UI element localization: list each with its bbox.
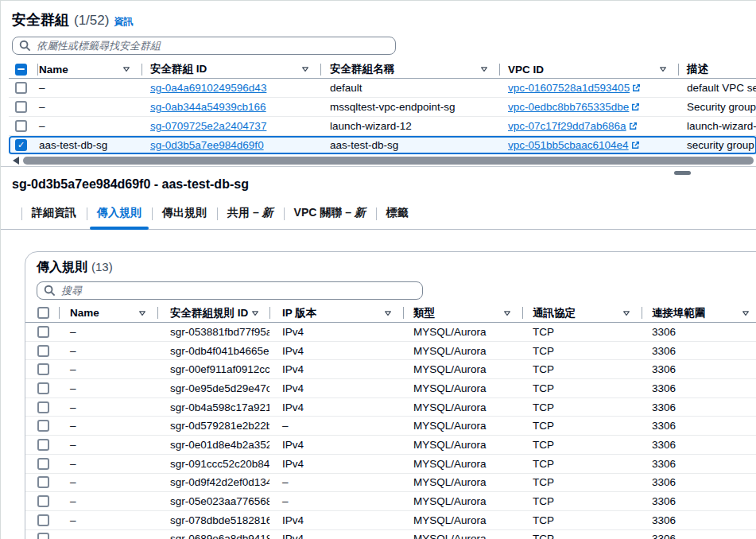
rule-protocol: TCP [522, 533, 642, 539]
row-checkbox[interactable] [37, 476, 49, 488]
inbound-rule-row[interactable]: – sgr-00ef911af0912cc7c IPv4 MYSQL/Auror… [25, 360, 756, 379]
security-groups-search-input[interactable] [12, 37, 396, 55]
row-checkbox[interactable] [15, 101, 27, 113]
security-group-id-link[interactable]: sg-0ab344a54939cb166 [150, 101, 266, 113]
inbound-rule-row[interactable]: – sgr-091ccc52c20b84d8c IPv4 MYSQL/Auror… [25, 455, 756, 474]
column-header-protocol[interactable]: 通訊協定 [522, 304, 642, 322]
column-header-description[interactable]: 描述 [678, 60, 756, 78]
column-header-ip-version[interactable]: IP 版本 [269, 304, 403, 322]
rule-type: MYSQL/Aurora [403, 458, 522, 470]
rule-ip-version: IPv4 [269, 363, 403, 375]
rule-ip-version: – [269, 420, 403, 432]
security-groups-table: Name 安全群組 ID 安全群組名稱 VPC ID 描述 [1, 60, 756, 155]
row-checkbox[interactable] [37, 458, 49, 470]
column-header-rule-id[interactable]: 安全群組規則 ID [157, 304, 269, 322]
rule-name: – [59, 458, 157, 470]
detail-tab[interactable]: 共用 – 新 [217, 202, 284, 229]
security-group-row[interactable]: aas-test-db-sg sg-0d3b5a7ee984d69f0 aas-… [9, 136, 756, 155]
rule-name: – [59, 326, 157, 338]
split-panel-drag-handle[interactable] [674, 171, 691, 175]
column-header-vpc-id[interactable]: VPC ID [499, 60, 678, 78]
rule-port-range: 3306 [642, 439, 756, 451]
rule-name: – [59, 495, 157, 507]
rule-id: sgr-0e01d8e4b2a3520d0 [157, 439, 269, 451]
security-groups-list-panel: 安全群組 (1/52) 資訊 Name 安全群組 ID [1, 1, 756, 166]
row-checkbox[interactable] [37, 382, 49, 394]
inbound-rule-row[interactable]: – sgr-0d9f42d2ef0d134f5 – MYSQL/Aurora T… [25, 474, 756, 493]
select-all-rules-checkbox[interactable] [37, 307, 49, 319]
rule-type: MYSQL/Aurora [403, 533, 522, 539]
row-checkbox[interactable] [37, 345, 49, 357]
detail-tab[interactable]: 標籤 [376, 202, 419, 229]
rule-name: – [59, 514, 157, 526]
inbound-rules-table-body: – sgr-053881fbd77f95a82 IPv4 MYSQL/Auror… [25, 323, 756, 539]
rule-name: – [59, 533, 157, 539]
security-group-row[interactable]: – sg-0709725e2a2404737 launch-wizard-12 … [9, 117, 756, 136]
inbound-rule-row[interactable]: – sgr-053881fbd77f95a82 IPv4 MYSQL/Auror… [25, 323, 756, 342]
column-header-name[interactable]: Name [59, 304, 157, 322]
rules-search-input[interactable] [37, 281, 423, 300]
vpc-id-link[interactable]: vpc-07c17f29dd7ab686a [508, 120, 638, 132]
vpc-id-link[interactable]: vpc-01607528a1d593405 [508, 82, 641, 94]
vpc-id-link[interactable]: vpc-0edbc8bb765335dbe [508, 101, 640, 113]
scrollbar-thumb[interactable] [23, 157, 754, 165]
external-link-icon [629, 122, 638, 130]
split-panel-divider [1, 166, 756, 177]
select-all-checkbox[interactable] [15, 64, 27, 76]
sort-icon [384, 309, 392, 317]
inbound-rule-row[interactable]: – sgr-0b4a598c17a9214b7 IPv4 MYSQL/Auror… [25, 398, 756, 417]
scroll-left-arrow-icon[interactable] [13, 157, 19, 165]
rule-type: MYSQL/Aurora [403, 420, 522, 432]
security-group-row[interactable]: – sg-0ab344a54939cb166 mssqltest-vpc-end… [9, 98, 756, 117]
security-group-id-link[interactable]: sg-0d3b5a7ee984d69f0 [150, 139, 264, 151]
inbound-rules-table-header: Name 安全群組規則 ID IP 版本 類型 [25, 304, 756, 323]
row-checkbox[interactable] [15, 82, 27, 94]
rule-port-range: 3306 [642, 533, 756, 539]
inbound-rule-row[interactable]: – sgr-0db4f041b4665e869 IPv4 MYSQL/Auror… [25, 342, 756, 361]
column-header-port-range[interactable]: 連接埠範圍 [642, 304, 756, 322]
detail-tab[interactable]: VPC 關聯 – 新 [284, 202, 376, 229]
row-checkbox[interactable] [37, 420, 49, 432]
row-checkbox[interactable] [37, 401, 49, 413]
detail-tab[interactable]: 傳出規則 [152, 202, 217, 229]
column-header-type[interactable]: 類型 [403, 304, 522, 322]
inbound-rule-row[interactable]: – sgr-0689e6a8db94182fb IPv4 MYSQL/Auror… [25, 530, 756, 539]
sg-row-description: security group for [678, 139, 756, 151]
rule-name: – [59, 382, 157, 394]
inbound-rule-row[interactable]: – sgr-0e01d8e4b2a3520d0 IPv4 MYSQL/Auror… [25, 436, 756, 455]
inbound-rule-row[interactable]: – sgr-05e023aa776568dd6 – MYSQL/Aurora T… [25, 492, 756, 511]
info-link[interactable]: 資訊 [114, 15, 133, 29]
rule-name: – [59, 401, 157, 413]
row-checkbox[interactable] [37, 439, 49, 451]
rule-ip-version: – [269, 476, 403, 488]
row-checkbox[interactable] [15, 120, 27, 132]
inbound-rule-row[interactable]: – sgr-0e95de5d29e47c31e IPv4 MYSQL/Auror… [25, 379, 756, 398]
row-checkbox[interactable] [37, 533, 49, 539]
security-group-id-link[interactable]: sg-0a4a6910249596d43 [150, 82, 266, 94]
rule-type: MYSQL/Aurora [403, 439, 522, 451]
detail-title: sg-0d3b5a7ee984d69f0 - aas-test-db-sg [1, 177, 756, 192]
vpc-id-link[interactable]: vpc-051bb5cbaac6104e4 [508, 139, 640, 151]
inbound-rule-row[interactable]: – sgr-0d579281e2b22b94b – MYSQL/Aurora T… [25, 417, 756, 436]
row-checkbox[interactable] [37, 514, 49, 526]
rule-port-range: 3306 [642, 401, 756, 413]
security-group-id-link[interactable]: sg-0709725e2a2404737 [150, 120, 266, 132]
row-checkbox[interactable] [37, 326, 49, 338]
security-group-row[interactable]: – sg-0a4a6910249596d43 default vpc-01607… [9, 79, 756, 98]
row-checkbox[interactable] [15, 139, 27, 151]
rule-id: sgr-0d9f42d2ef0d134f5 [157, 476, 269, 488]
column-header-name[interactable]: Name [37, 60, 142, 78]
rule-name: – [59, 363, 157, 375]
security-groups-table-body: – sg-0a4a6910249596d43 default vpc-01607… [1, 79, 756, 155]
column-header-sg-name[interactable]: 安全群組名稱 [320, 60, 499, 78]
rule-port-range: 3306 [642, 476, 756, 488]
detail-tab[interactable]: 詳細資訊 [21, 202, 87, 229]
detail-tab[interactable]: 傳入規則 [87, 202, 152, 229]
row-checkbox[interactable] [37, 363, 49, 375]
column-header-sg-id[interactable]: 安全群組 ID [142, 60, 320, 78]
sg-row-name: – [37, 82, 142, 94]
rule-ip-version: – [269, 495, 403, 507]
inbound-rule-row[interactable]: – sgr-078dbde518281697c IPv4 MYSQL/Auror… [25, 511, 756, 530]
row-checkbox[interactable] [37, 495, 49, 507]
list-header: 安全群組 (1/52) 資訊 [1, 10, 756, 29]
